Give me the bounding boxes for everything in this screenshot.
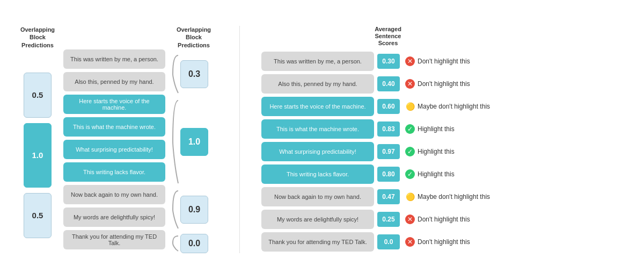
brace-group-2: 0.9 bbox=[170, 189, 208, 231]
right-label-text-2: Maybe don't highlight this bbox=[418, 103, 490, 110]
right-row-8: Thank you for attending my TED Talk.0.0✕… bbox=[261, 232, 628, 252]
left-sentence-0: This was written by me, a person. bbox=[63, 49, 165, 69]
right-sentence-1: Also this, penned by my hand. bbox=[261, 74, 374, 94]
right-score-8: 0.0 bbox=[377, 234, 400, 249]
right-label-text-8: Don't highlight this bbox=[418, 238, 470, 246]
left-sentence-5: This writing lacks flavor. bbox=[63, 162, 165, 182]
main-container: OverlappingBlock Predictions 0.51.00.5 T… bbox=[0, 15, 644, 264]
right-label-text-5: Highlight this bbox=[418, 170, 455, 178]
left-diagram: OverlappingBlock Predictions 0.51.00.5 T… bbox=[16, 26, 218, 253]
right-score-4: 0.97 bbox=[377, 144, 400, 159]
right-label-text-6: Maybe don't highlight this bbox=[418, 193, 490, 201]
left-sentence-3: This is what the machine wrote. bbox=[63, 117, 165, 137]
yellow-emoji-icon: 🟡 bbox=[405, 192, 415, 202]
green-check-icon: ✓ bbox=[405, 124, 415, 134]
right-label-5: ✓Highlight this bbox=[403, 169, 628, 179]
left-col3-header: OverlappingBlock Predictions bbox=[170, 26, 218, 49]
right-header-row: AveragedSentence Scores bbox=[261, 26, 628, 47]
yellow-emoji-icon: 🟡 bbox=[405, 102, 415, 111]
right-score-7: 0.25 bbox=[377, 212, 400, 227]
brace-score-1: 1.0 bbox=[180, 128, 208, 156]
red-circle-icon: ✕ bbox=[405, 56, 415, 66]
right-label-0: ✕Don't highlight this bbox=[403, 56, 628, 66]
brace-groups-col: 0.31.00.90.0 bbox=[170, 53, 208, 253]
right-sentence-6: Now back again to my own hand. bbox=[261, 187, 374, 206]
red-circle-icon: ✕ bbox=[405, 214, 415, 224]
right-sentence-7: My words are delightfully spicy! bbox=[261, 210, 374, 229]
red-circle-icon: ✕ bbox=[405, 79, 415, 89]
left-sentence-1: Also this, penned by my hand. bbox=[63, 72, 165, 91]
right-sentence-0: This was written by me, a person. bbox=[261, 52, 374, 71]
brace-group-1: 1.0 bbox=[170, 98, 208, 185]
left-sentence-2: Here starts the voice of the machine. bbox=[63, 95, 165, 114]
green-check-icon: ✓ bbox=[405, 147, 415, 156]
right-row-2: Here starts the voice of the machine.0.6… bbox=[261, 97, 628, 116]
right-label-text-7: Don't highlight this bbox=[418, 216, 470, 223]
right-row-1: Also this, penned by my hand.0.40✕Don't … bbox=[261, 74, 628, 94]
right-score-6: 0.47 bbox=[377, 189, 400, 204]
brace-score-3: 0.0 bbox=[180, 234, 208, 253]
right-label-8: ✕Don't highlight this bbox=[403, 237, 628, 247]
right-label-text-3: Highlight this bbox=[418, 125, 455, 133]
right-score-3: 0.83 bbox=[377, 121, 400, 137]
brace-score-0: 0.3 bbox=[180, 60, 208, 88]
left-sentence-8: Thank you for attending my TED Talk. bbox=[63, 230, 165, 249]
right-label-7: ✕Don't highlight this bbox=[403, 214, 628, 224]
right-sentence-3: This is what the machine wrote. bbox=[261, 119, 374, 139]
right-sentence-5: This writing lacks flavor. bbox=[261, 164, 374, 184]
right-score-5: 0.80 bbox=[377, 167, 400, 182]
right-score-2: 0.60 bbox=[377, 99, 400, 114]
blocks-col: 0.51.00.5 bbox=[24, 73, 52, 240]
right-sentence-2: Here starts the voice of the machine. bbox=[261, 97, 374, 116]
right-label-3: ✓Highlight this bbox=[403, 124, 628, 134]
right-label-2: 🟡Maybe don't highlight this bbox=[403, 102, 628, 111]
right-label-4: ✓Highlight this bbox=[403, 147, 628, 156]
right-col-score-header: AveragedSentence Scores bbox=[374, 26, 402, 47]
red-circle-icon: ✕ bbox=[405, 237, 415, 247]
right-label-text-1: Don't highlight this bbox=[418, 80, 470, 88]
right-rows: This was written by me, a person.0.30✕Do… bbox=[261, 52, 628, 252]
right-label-text-4: Highlight this bbox=[418, 148, 455, 155]
right-row-0: This was written by me, a person.0.30✕Do… bbox=[261, 52, 628, 71]
right-label-text-0: Don't highlight this bbox=[418, 58, 470, 65]
right-row-6: Now back again to my own hand.0.47🟡Maybe… bbox=[261, 187, 628, 206]
right-score-0: 0.30 bbox=[377, 54, 400, 69]
right-label-6: 🟡Maybe don't highlight this bbox=[403, 192, 628, 202]
right-sentence-8: Thank you for attending my TED Talk. bbox=[261, 232, 374, 252]
section-divider bbox=[239, 26, 240, 253]
right-row-4: What surprising predictability!0.97✓High… bbox=[261, 142, 628, 161]
green-check-icon: ✓ bbox=[405, 169, 415, 179]
brace-group-0: 0.3 bbox=[170, 53, 208, 95]
brace-group-3: 0.0 bbox=[170, 234, 208, 253]
right-score-1: 0.40 bbox=[377, 76, 400, 91]
right-row-7: My words are delightfully spicy!0.25✕Don… bbox=[261, 210, 628, 229]
left-sentences-col: This was written by me, a person.Also th… bbox=[63, 49, 165, 249]
left-sentence-7: My words are delightfully spicy! bbox=[63, 208, 165, 227]
left-sentence-6: Now back again to my own hand. bbox=[63, 185, 165, 204]
right-row-5: This writing lacks flavor.0.80✓Highlight… bbox=[261, 164, 628, 184]
right-sentence-4: What surprising predictability! bbox=[261, 142, 374, 161]
right-table-section: AveragedSentence Scores This was written… bbox=[261, 26, 628, 252]
right-label-1: ✕Don't highlight this bbox=[403, 79, 628, 89]
left-sentence-4: What surprising predictability! bbox=[63, 140, 165, 159]
brace-score-2: 0.9 bbox=[180, 196, 208, 224]
right-row-3: This is what the machine wrote.0.83✓High… bbox=[261, 119, 628, 139]
left-col1-header: OverlappingBlock Predictions bbox=[16, 26, 59, 49]
